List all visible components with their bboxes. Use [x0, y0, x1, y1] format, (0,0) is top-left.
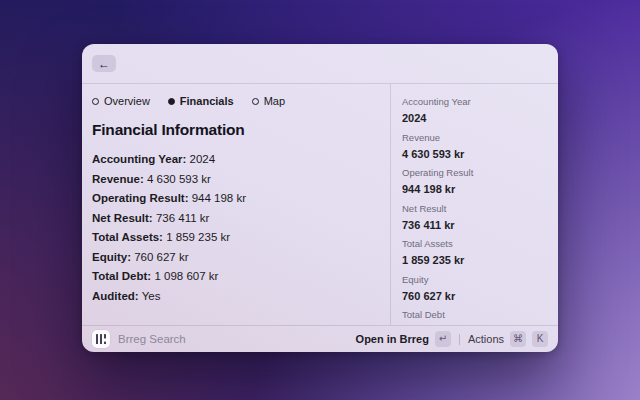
field-row: Audited: Yes: [92, 290, 378, 302]
field-value: 2024: [190, 153, 216, 165]
metadata-value: 736 411 kr: [402, 219, 546, 231]
field-value: Yes: [142, 290, 161, 302]
metadata-label: Revenue: [402, 133, 546, 143]
window-body: Overview Financials Map Financial Inform…: [82, 84, 558, 325]
radio-unselected-icon: [92, 98, 99, 105]
footer-actions: Open in Brreg ↵ Actions ⌘ K: [356, 331, 548, 347]
metadata-value: 2024: [402, 112, 546, 124]
enter-key-icon: ↵: [435, 331, 451, 347]
page-title: Financial Information: [92, 121, 378, 139]
open-in-brreg-button[interactable]: Open in Brreg: [356, 333, 429, 345]
metadata-item: Equity 760 627 kr: [402, 275, 546, 302]
radio-unselected-icon: [252, 98, 259, 105]
cmd-key-icon: ⌘: [510, 331, 526, 347]
field-label: Net Result:: [92, 212, 153, 224]
metadata-value: 1 859 235 kr: [402, 254, 546, 266]
app-window: ← Overview Financials Map: [82, 44, 558, 352]
field-label: Total Assets:: [92, 231, 163, 243]
metadata-label: Equity: [402, 275, 546, 285]
field-label: Revenue:: [92, 173, 144, 185]
tab-map-label: Map: [264, 95, 285, 107]
desktop-background: ← Overview Financials Map: [0, 0, 640, 400]
metadata-item: Total Debt 1 098 607 kr: [402, 310, 546, 325]
metadata-item: Accounting Year 2024: [402, 97, 546, 124]
field-label: Total Debt:: [92, 270, 151, 282]
tab-financials-label: Financials: [180, 95, 234, 107]
field-value: 1 859 235 kr: [166, 231, 230, 243]
field-row: Net Result: 736 411 kr: [92, 212, 378, 224]
field-value: 1 098 607 kr: [154, 270, 218, 282]
metadata-label: Operating Result: [402, 168, 546, 178]
metadata-item: Net Result 736 411 kr: [402, 204, 546, 231]
field-value: 4 630 593 kr: [147, 173, 211, 185]
field-row: Total Debt: 1 098 607 kr: [92, 270, 378, 282]
metadata-label: Accounting Year: [402, 97, 546, 107]
field-row: Revenue: 4 630 593 kr: [92, 173, 378, 185]
metadata-label: Net Result: [402, 204, 546, 214]
metadata-panel: Accounting Year 2024 Revenue 4 630 593 k…: [390, 84, 558, 325]
metadata-label: Total Debt: [402, 310, 546, 320]
search-input[interactable]: Brreg Search: [118, 333, 348, 345]
tab-overview[interactable]: Overview: [92, 95, 150, 107]
metadata-value: 760 627 kr: [402, 290, 546, 302]
field-label: Audited:: [92, 290, 139, 302]
bars-glyph: [96, 334, 106, 344]
field-row: Operating Result: 944 198 kr: [92, 192, 378, 204]
metadata-item: Operating Result 944 198 kr: [402, 168, 546, 195]
footer-bar: Brreg Search Open in Brreg ↵ Actions ⌘ K: [82, 325, 558, 352]
back-button[interactable]: ←: [92, 55, 116, 72]
detail-panel: Overview Financials Map Financial Inform…: [82, 84, 390, 325]
field-value: 944 198 kr: [192, 192, 246, 204]
tab-overview-label: Overview: [104, 95, 150, 107]
metadata-item: Revenue 4 630 593 kr: [402, 133, 546, 160]
metadata-label: Total Assets: [402, 239, 546, 249]
actions-button[interactable]: Actions: [468, 333, 504, 345]
financial-fields: Accounting Year: 2024 Revenue: 4 630 593…: [92, 153, 378, 302]
view-tabs: Overview Financials Map: [92, 95, 378, 107]
field-label: Equity:: [92, 251, 131, 263]
radio-selected-icon: [168, 98, 175, 105]
brreg-logo-icon: [92, 330, 110, 348]
k-key-icon: K: [532, 331, 548, 347]
field-value: 760 627 kr: [134, 251, 188, 263]
field-value: 736 411 kr: [156, 212, 210, 224]
field-row: Equity: 760 627 kr: [92, 251, 378, 263]
tab-financials[interactable]: Financials: [168, 95, 234, 107]
back-arrow-icon: ←: [98, 58, 110, 70]
metadata-value: 944 198 kr: [402, 183, 546, 195]
tab-map[interactable]: Map: [252, 95, 285, 107]
field-label: Accounting Year:: [92, 153, 186, 165]
field-label: Operating Result:: [92, 192, 188, 204]
metadata-value: 4 630 593 kr: [402, 148, 546, 160]
field-row: Accounting Year: 2024: [92, 153, 378, 165]
field-row: Total Assets: 1 859 235 kr: [92, 231, 378, 243]
footer-divider: [459, 334, 460, 345]
window-header: ←: [82, 44, 558, 84]
metadata-item: Total Assets 1 859 235 kr: [402, 239, 546, 266]
